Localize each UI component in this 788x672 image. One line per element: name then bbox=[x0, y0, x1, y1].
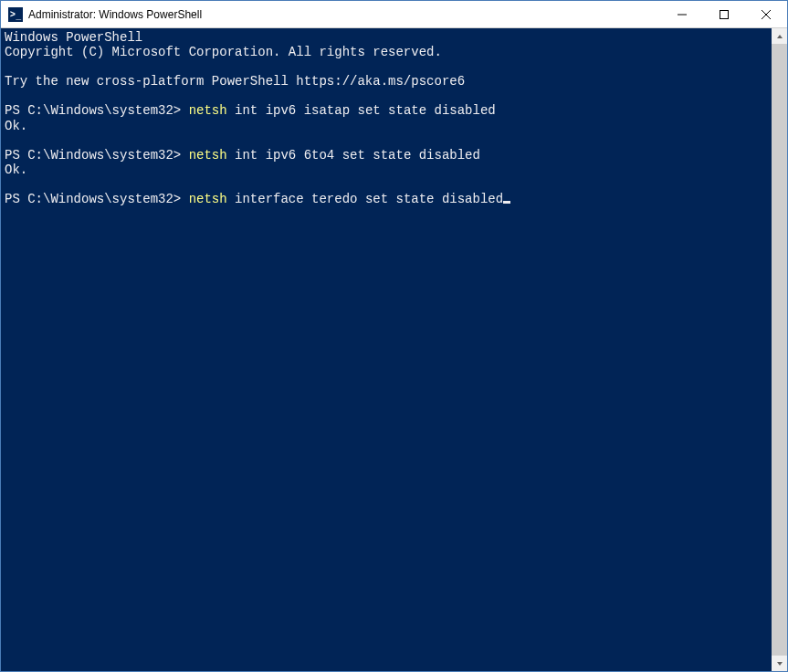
terminal[interactable]: Windows PowerShell Copyright (C) Microso… bbox=[1, 28, 772, 671]
scrollbar-track[interactable] bbox=[772, 44, 787, 656]
prompt: PS C:\Windows\system32> bbox=[5, 103, 189, 118]
prompt: PS C:\Windows\system32> bbox=[5, 192, 189, 206]
command-executable: netsh bbox=[189, 192, 227, 206]
titlebar[interactable]: Administrator: Windows PowerShell bbox=[1, 1, 787, 28]
header-line-1: Windows PowerShell bbox=[5, 30, 142, 45]
command-args: interface teredo set state disabled bbox=[227, 192, 503, 206]
svg-rect-1 bbox=[720, 10, 729, 18]
ok-response: Ok. bbox=[5, 163, 27, 177]
scrollbar-up-button[interactable] bbox=[772, 28, 787, 44]
scrollbar-thumb[interactable] bbox=[772, 44, 787, 656]
minimize-button[interactable] bbox=[661, 1, 703, 27]
scrollbar-down-button[interactable] bbox=[772, 656, 787, 671]
powershell-icon bbox=[8, 7, 23, 22]
ok-response: Ok. bbox=[5, 119, 27, 133]
titlebar-controls bbox=[661, 1, 787, 27]
command-args: int ipv6 6to4 set state disabled bbox=[227, 148, 480, 163]
powershell-window: Administrator: Windows PowerShell Window… bbox=[0, 0, 788, 672]
try-message: Try the new cross-platform PowerShell ht… bbox=[5, 74, 465, 89]
prompt: PS C:\Windows\system32> bbox=[5, 148, 189, 163]
command-args: int ipv6 isatap set state disabled bbox=[227, 103, 496, 118]
vertical-scrollbar[interactable] bbox=[772, 28, 787, 671]
window-title: Administrator: Windows PowerShell bbox=[28, 8, 661, 21]
close-button[interactable] bbox=[745, 1, 787, 27]
maximize-button[interactable] bbox=[703, 1, 745, 27]
command-executable: netsh bbox=[189, 148, 227, 163]
cursor bbox=[503, 201, 510, 204]
command-executable: netsh bbox=[189, 103, 227, 118]
header-line-2: Copyright (C) Microsoft Corporation. All… bbox=[5, 45, 442, 59]
terminal-area: Windows PowerShell Copyright (C) Microso… bbox=[1, 28, 787, 671]
